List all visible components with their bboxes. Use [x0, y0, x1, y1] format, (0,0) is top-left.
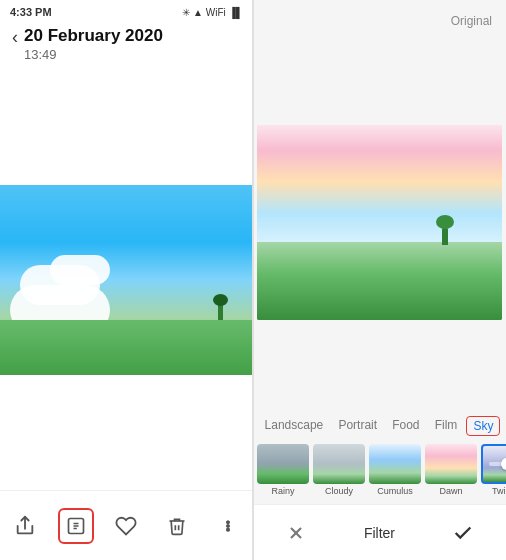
- thumb-twilight-img: [481, 444, 506, 484]
- bottom-toolbar: [0, 490, 253, 560]
- filter-thumb-rainy[interactable]: Rainy: [257, 444, 309, 496]
- thumb-cloudy-img: [313, 444, 365, 484]
- status-bar: 4:33 PM ✳ ▲ WiFi ▐▌: [0, 0, 253, 20]
- ground: [0, 320, 253, 375]
- original-label: Original: [253, 0, 506, 36]
- share-button[interactable]: [7, 508, 43, 544]
- filter-thumb-cloudy[interactable]: Cloudy: [313, 444, 365, 496]
- thumb-dawn-label: Dawn: [439, 486, 462, 496]
- filter-cat-landscape[interactable]: Landscape: [259, 416, 330, 436]
- ground-preview: [257, 242, 502, 320]
- filter-cat-portrait[interactable]: Portrait: [332, 416, 383, 436]
- filter-label: Filter: [364, 525, 395, 541]
- slider-indicator: [489, 462, 506, 466]
- bluetooth-icon: ✳: [182, 7, 190, 18]
- filter-thumb-dawn[interactable]: Dawn: [425, 444, 477, 496]
- svg-point-6: [227, 525, 229, 527]
- filter-thumbs-row: Rainy Cloudy Cumulus Dawn Twilight Glow: [253, 440, 506, 504]
- status-icons: ✳ ▲ WiFi ▐▌: [182, 7, 243, 18]
- thumb-cumulus-label: Cumulus: [377, 486, 413, 496]
- wifi-icon: WiFi: [206, 7, 226, 18]
- thumb-twilight-label: Twilight: [492, 486, 506, 496]
- more-button[interactable]: [210, 508, 246, 544]
- main-photo: [0, 185, 253, 375]
- tree-preview: [442, 227, 448, 245]
- thumb-cloudy-label: Cloudy: [325, 486, 353, 496]
- back-button[interactable]: ‹: [12, 27, 18, 48]
- svg-point-5: [227, 521, 229, 523]
- filter-cat-food[interactable]: Food: [386, 416, 425, 436]
- thumb-dawn-img: [425, 444, 477, 484]
- header-timestamp: 13:49: [24, 47, 163, 62]
- battery-icon: ▐▌: [229, 7, 243, 18]
- confirm-button[interactable]: [445, 515, 481, 551]
- header-date: 20 February 2020: [24, 26, 163, 46]
- tree-main: [218, 304, 223, 320]
- preview-photo-area: [253, 36, 506, 408]
- cloud-2: [50, 255, 110, 285]
- filter-cat-film[interactable]: Film: [429, 416, 464, 436]
- delete-button[interactable]: [159, 508, 195, 544]
- edit-button[interactable]: [58, 508, 94, 544]
- left-panel: 4:33 PM ✳ ▲ WiFi ▐▌ ‹ 20 February 2020 1…: [0, 0, 253, 560]
- sky-gradient: [257, 125, 502, 252]
- thumb-rainy-img: [257, 444, 309, 484]
- main-photo-area: [0, 70, 253, 490]
- cancel-button[interactable]: [278, 515, 314, 551]
- photo-header: ‹ 20 February 2020 13:49: [0, 20, 253, 70]
- thumb-rainy-label: Rainy: [271, 486, 294, 496]
- thumb-cumulus-img: [369, 444, 421, 484]
- filter-categories: Landscape Portrait Food Film Sky: [253, 408, 506, 440]
- filter-cat-sky[interactable]: Sky: [466, 416, 500, 436]
- filter-thumb-twilight[interactable]: Twilight: [481, 444, 506, 496]
- header-title-block: 20 February 2020 13:49: [24, 26, 163, 62]
- signal-icon: ▲: [193, 7, 203, 18]
- panel-divider: [252, 0, 254, 560]
- heart-button[interactable]: [108, 508, 144, 544]
- right-panel: Original Landscape Portrait Food Film Sk…: [253, 0, 506, 560]
- bottom-action-bar: Filter: [253, 504, 506, 560]
- svg-point-7: [227, 528, 229, 530]
- filter-thumb-cumulus[interactable]: Cumulus: [369, 444, 421, 496]
- status-time: 4:33 PM: [10, 6, 52, 18]
- preview-photo: [257, 125, 502, 320]
